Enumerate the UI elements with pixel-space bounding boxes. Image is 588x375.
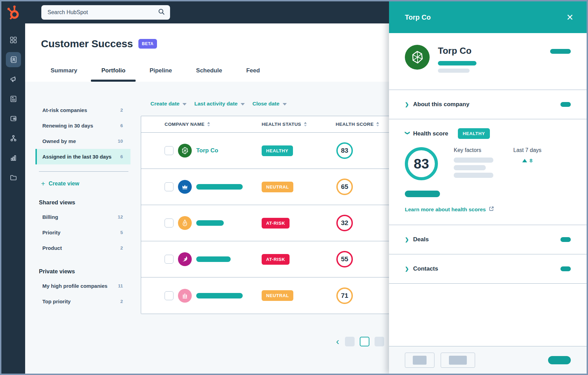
company-info-redacted — [438, 69, 470, 73]
search-icon[interactable] — [158, 8, 165, 17]
view-label: Priority — [42, 230, 120, 235]
view-label: Assigned in the last 30 days — [42, 154, 120, 160]
companies-table: COMPANY NAMEHEALTH STATUSHEALTH SCORE To… — [141, 116, 396, 314]
sidebar-item-wallet[interactable] — [6, 111, 21, 126]
sidebar-item-grid[interactable] — [6, 32, 21, 48]
bar-chart-icon — [9, 154, 18, 162]
table-row: NEUTRAL 65 — [141, 169, 396, 205]
row-checkbox[interactable] — [165, 219, 174, 227]
sidebar-item-bar-chart[interactable] — [6, 150, 21, 165]
button-label-redacted — [449, 356, 467, 365]
create-view-label: Create view — [49, 181, 79, 187]
learn-more-label: Learn more about health scores — [405, 206, 486, 213]
sidebar-item-document[interactable] — [6, 91, 21, 107]
org-chart-icon — [9, 134, 18, 142]
page-button[interactable] — [375, 337, 384, 346]
row-checkbox[interactable] — [165, 291, 174, 300]
view-item[interactable]: Owned by me10 — [35, 133, 130, 149]
caret-down-icon — [241, 103, 245, 105]
view-item[interactable]: Priority5 — [35, 225, 130, 240]
about-section-header[interactable]: ❯ About this company — [389, 90, 587, 119]
sidebar-item-megaphone[interactable] — [6, 72, 21, 87]
health-status-badge: HEALTHY — [458, 128, 490, 139]
key-factor-bar — [454, 165, 486, 170]
contacts-section-header[interactable]: ❯ Contacts — [389, 254, 587, 283]
company-name-redacted — [196, 220, 224, 226]
footer-secondary-button[interactable] — [405, 353, 434, 368]
column-label: COMPANY NAME — [165, 122, 204, 127]
learn-more-link[interactable]: Learn more about health scores — [405, 206, 571, 213]
view-label: My high profile companies — [42, 283, 118, 289]
contacts-edit-pill[interactable] — [560, 266, 571, 271]
plus-icon: + — [41, 181, 45, 186]
folder-icon — [9, 173, 18, 182]
view-count: 2 — [120, 245, 123, 251]
filter-dropdown[interactable]: Close date — [252, 101, 286, 107]
health-action-redacted[interactable] — [405, 191, 440, 197]
close-icon[interactable]: ✕ — [566, 13, 574, 22]
filter-dropdown[interactable]: Create date — [150, 101, 187, 107]
about-edit-pill[interactable] — [560, 102, 571, 107]
pagination: ‹ — [336, 337, 384, 346]
app-window: Customer Success BETA SummaryPortfolioPi… — [0, 0, 588, 375]
page-button-current[interactable] — [360, 337, 369, 346]
view-label: Top priority — [42, 298, 120, 304]
company-name-link[interactable]: Torp Co — [196, 147, 218, 154]
tab-summary[interactable]: Summary — [51, 67, 77, 82]
view-item[interactable]: Billing12 — [35, 209, 130, 225]
page-title: Customer Success — [41, 38, 133, 50]
search-input[interactable] — [48, 9, 158, 16]
tab-feed[interactable]: Feed — [246, 67, 260, 82]
create-view-button[interactable]: + Create view — [41, 181, 130, 187]
view-item[interactable]: Product2 — [35, 240, 130, 256]
tab-schedule[interactable]: Schedule — [196, 67, 222, 82]
page-button[interactable] — [345, 337, 355, 346]
view-item[interactable]: At-risk companies2 — [35, 102, 130, 118]
row-checkbox[interactable] — [165, 182, 174, 191]
row-checkbox[interactable] — [165, 146, 174, 155]
sidebar-item-org-chart[interactable] — [6, 131, 21, 146]
company-name-redacted — [196, 293, 243, 298]
health-score-section: ❯ Health score HEALTHY 83 Key factors La… — [389, 119, 587, 225]
health-status-badge: AT-RISK — [262, 254, 290, 265]
view-item[interactable]: Assigned in the last 30 days6 — [35, 149, 130, 164]
beta-badge: BETA — [138, 39, 157, 49]
polyhedron-icon — [178, 144, 192, 158]
view-item[interactable]: Top priority2 — [35, 294, 130, 309]
panel-footer — [389, 346, 587, 374]
document-icon — [9, 95, 18, 103]
hubspot-logo[interactable] — [1, 1, 25, 23]
view-count: 2 — [120, 108, 123, 113]
panel-action-pill[interactable] — [550, 49, 571, 54]
key-factor-bar — [454, 173, 493, 178]
filter-dropdown[interactable]: Last activity date — [194, 101, 245, 107]
chevron-right-icon: ❯ — [405, 102, 410, 107]
sort-icon[interactable] — [376, 122, 379, 126]
view-count: 11 — [118, 283, 123, 288]
footer-secondary-button[interactable] — [441, 353, 475, 368]
about-section-label: About this company — [413, 101, 469, 108]
trend-up-icon — [522, 159, 527, 162]
footer-primary-button[interactable] — [548, 356, 571, 364]
tab-portfolio[interactable]: Portfolio — [101, 67, 125, 82]
view-groups: Shared viewsBilling12Priority5Product2Pr… — [35, 199, 130, 309]
caret-down-icon — [182, 103, 187, 105]
sort-icon[interactable] — [207, 122, 210, 126]
sort-icon[interactable] — [304, 122, 307, 126]
sidebar-item-folder[interactable] — [6, 170, 21, 185]
chevron-down-icon[interactable]: ❯ — [405, 131, 410, 136]
view-label: Billing — [42, 214, 118, 220]
view-item[interactable]: My high profile companies11 — [35, 278, 130, 294]
sidebar-item-contacts[interactable] — [6, 52, 21, 67]
global-search[interactable] — [41, 5, 170, 20]
previous-page-icon[interactable]: ‹ — [336, 337, 339, 346]
leaf-icon — [178, 216, 192, 230]
table-row: AT-RISK 55 — [141, 241, 396, 277]
row-checkbox[interactable] — [165, 255, 174, 264]
company-detail-panel: Torp Co ✕ Torp Co ❯ Abo — [389, 1, 587, 374]
deals-section-header[interactable]: ❯ Deals — [389, 225, 587, 254]
view-item[interactable]: Renewing in 30 days6 — [35, 118, 130, 133]
tab-pipeline[interactable]: Pipeline — [149, 67, 172, 82]
page-buttons — [345, 337, 384, 346]
deals-edit-pill[interactable] — [560, 237, 571, 242]
